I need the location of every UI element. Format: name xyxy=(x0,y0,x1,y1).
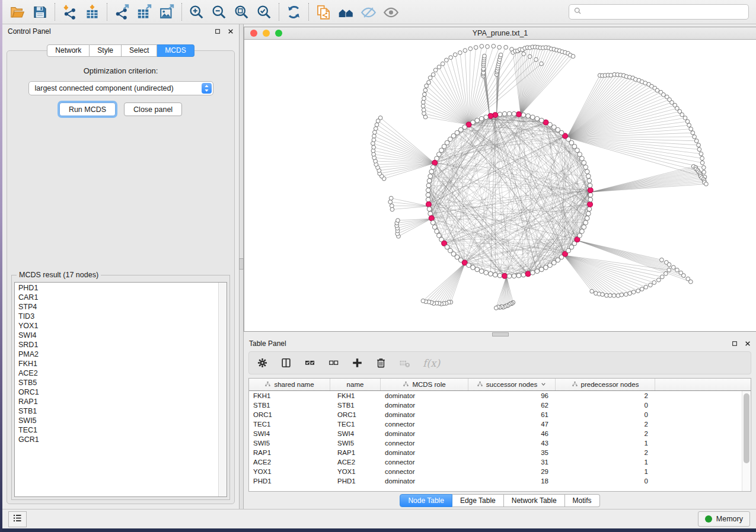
mcds-list-scrollbar[interactable] xyxy=(218,283,227,496)
mcds-result-item[interactable]: STB5 xyxy=(18,378,218,387)
horizontal-splitter[interactable] xyxy=(244,332,756,336)
mcds-result-item[interactable]: SWI5 xyxy=(18,416,218,425)
table-row[interactable]: PHD1PHD1dominator180 xyxy=(249,476,751,486)
delete-row-icon[interactable] xyxy=(375,357,387,368)
horizontal-splitter-grip[interactable] xyxy=(492,332,509,336)
cell-successor-nodes: 96 xyxy=(468,391,556,400)
cell-shared-name: YOX1 xyxy=(249,467,330,476)
hide-selected-icon[interactable] xyxy=(359,3,378,21)
tab-mcds[interactable]: MCDS xyxy=(157,44,194,57)
table-row[interactable]: ACE2ACE2connector311 xyxy=(249,457,751,467)
open-file-icon[interactable] xyxy=(8,3,27,21)
tab-edge-table[interactable]: Edge Table xyxy=(452,494,504,507)
toggle-columns-icon[interactable] xyxy=(280,357,292,368)
vertical-splitter-grip[interactable] xyxy=(239,258,244,270)
column-header-MCDS-role[interactable]: MCDS role xyxy=(381,379,468,390)
zoom-fit-icon[interactable] xyxy=(232,3,251,21)
zoom-in-icon[interactable] xyxy=(187,3,206,21)
cell-predecessor-nodes: 1 xyxy=(556,467,655,476)
zoom-selected-icon[interactable] xyxy=(255,3,273,21)
mcds-result-item[interactable]: SWI4 xyxy=(18,331,218,340)
column-header-label: predecessor nodes xyxy=(581,381,639,388)
memory-button[interactable]: Memory xyxy=(698,511,750,527)
close-table-panel-icon[interactable] xyxy=(744,341,751,347)
table-row[interactable]: SWI4SWI4dominator462 xyxy=(249,429,751,438)
table-row[interactable]: FKH1FKH1dominator962 xyxy=(249,391,751,400)
table-row[interactable]: YOX1YOX1connector291 xyxy=(249,467,751,476)
float-table-panel-icon[interactable] xyxy=(731,341,738,347)
mcds-result-item[interactable]: SRD1 xyxy=(18,340,218,350)
task-history-button[interactable] xyxy=(8,511,27,527)
duplicate-network-icon[interactable] xyxy=(314,3,333,21)
table-row[interactable]: ORC1ORC1dominator610 xyxy=(249,410,751,419)
save-session-icon[interactable] xyxy=(31,3,49,21)
deselect-all-icon[interactable] xyxy=(328,357,339,368)
column-header-shared-name[interactable]: shared name xyxy=(249,379,330,390)
cell-name: ORC1 xyxy=(330,410,381,419)
column-settings-icon[interactable] xyxy=(257,357,268,368)
mcds-result-item[interactable]: RAP1 xyxy=(18,397,218,406)
zoom-out-icon[interactable] xyxy=(210,3,228,21)
toolbar-separator xyxy=(279,3,279,21)
cell-successor-nodes: 46 xyxy=(468,429,556,438)
mcds-result-item[interactable]: STB1 xyxy=(18,406,218,416)
table-scrollbar-thumb[interactable] xyxy=(744,393,749,463)
network-window: YPA_prune.txt_1 xyxy=(244,27,756,332)
mcds-result-item[interactable]: FKH1 xyxy=(18,359,218,368)
vertical-splitter[interactable] xyxy=(239,24,244,509)
mcds-result-item[interactable]: GCR1 xyxy=(18,435,218,444)
table-row[interactable]: TEC1TEC1connector472 xyxy=(249,419,751,429)
mcds-result-item[interactable]: PMA2 xyxy=(18,350,218,359)
mcds-result-item[interactable]: PHD1 xyxy=(18,283,218,293)
tab-node-table[interactable]: Node Table xyxy=(400,494,452,507)
control-panel-title: Control Panel xyxy=(8,27,51,36)
mcds-result-item[interactable]: TEC1 xyxy=(18,425,218,435)
table-row[interactable]: RAP1RAP1dominator352 xyxy=(249,448,751,457)
main-toolbar xyxy=(2,0,756,24)
mcds-result-item[interactable]: YOX1 xyxy=(18,321,218,331)
import-network-icon[interactable] xyxy=(60,3,79,21)
tab-style[interactable]: Style xyxy=(90,44,122,57)
tab-motifs[interactable]: Motifs xyxy=(565,494,600,507)
select-all-icon[interactable] xyxy=(304,357,315,368)
mcds-result-item[interactable]: CAR1 xyxy=(18,293,218,302)
table-scrollbar[interactable] xyxy=(742,391,751,491)
show-all-icon[interactable] xyxy=(382,3,400,21)
mcds-buttons-row: Run MCDS Close panel xyxy=(59,102,182,116)
column-header-name[interactable]: name xyxy=(330,379,381,390)
table-tabs: Node TableEdge TableNetwork TableMotifs xyxy=(244,492,756,509)
mcds-result-item[interactable]: STP4 xyxy=(18,302,218,312)
first-neighbors-icon[interactable] xyxy=(337,3,355,21)
tab-network-table[interactable]: Network Table xyxy=(504,494,565,507)
network-canvas[interactable] xyxy=(244,40,756,331)
tab-select[interactable]: Select xyxy=(122,44,157,57)
float-panel-icon[interactable] xyxy=(214,28,221,35)
toolbar-separator xyxy=(181,3,182,21)
cell-name: SWI5 xyxy=(330,438,381,448)
column-header-label: successor nodes xyxy=(486,381,537,388)
mcds-result-item[interactable]: ACE2 xyxy=(18,368,218,378)
export-table-icon[interactable] xyxy=(135,3,154,21)
tab-network[interactable]: Network xyxy=(47,44,90,57)
close-panel-icon[interactable] xyxy=(227,28,234,35)
cell-MCDS-role: connector xyxy=(381,438,468,448)
search-input[interactable] xyxy=(585,7,744,17)
import-table-icon[interactable] xyxy=(83,3,101,21)
close-panel-button[interactable]: Close panel xyxy=(124,102,182,116)
table-row[interactable]: STB1STB1dominator620 xyxy=(249,400,751,410)
optimization-criterion-select[interactable]: largest connected component (undirected) xyxy=(28,81,213,95)
mcds-result-listbox: PHD1CAR1STP4TID3YOX1SWI4SRD1PMA2FKH1ACE2… xyxy=(14,282,227,497)
column-header-successor-nodes[interactable]: successor nodes xyxy=(468,379,556,390)
mcds-result-item[interactable]: ORC1 xyxy=(18,387,218,397)
cell-MCDS-role: dominator xyxy=(381,429,468,438)
refresh-icon[interactable] xyxy=(285,3,303,21)
column-header-predecessor-nodes[interactable]: predecessor nodes xyxy=(556,379,655,390)
memory-status-icon xyxy=(705,515,712,523)
run-mcds-button[interactable]: Run MCDS xyxy=(59,102,116,116)
table-row[interactable]: SWI5SWI5connector431 xyxy=(249,438,751,448)
export-image-icon[interactable] xyxy=(158,3,176,21)
add-row-icon[interactable] xyxy=(352,357,363,368)
mcds-result-item[interactable]: TID3 xyxy=(18,312,218,321)
column-sort-icon[interactable] xyxy=(540,381,547,389)
export-network-icon[interactable] xyxy=(113,3,131,21)
